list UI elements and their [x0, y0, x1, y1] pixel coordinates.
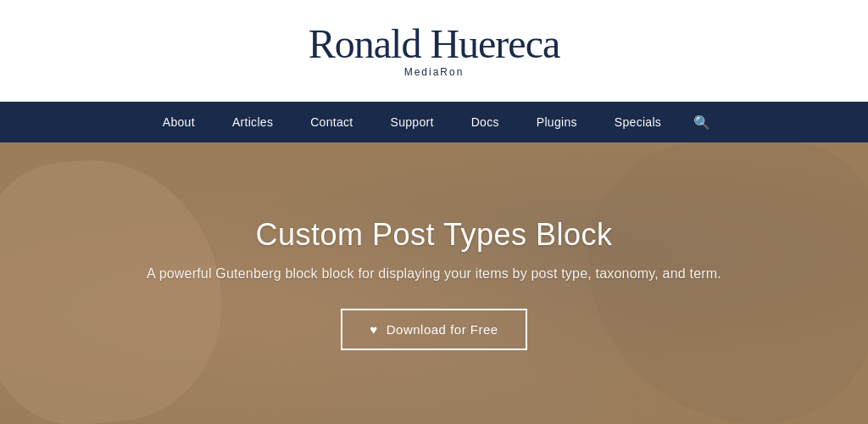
- search-icon[interactable]: 🔍: [683, 109, 721, 137]
- nav-item-docs[interactable]: Docs: [456, 114, 515, 130]
- site-header: Ronald Huereca MediaRon: [0, 0, 868, 102]
- nav-item-contact[interactable]: Contact: [295, 114, 368, 130]
- nav-item-about[interactable]: About: [147, 114, 210, 130]
- hero-title: Custom Post Types Block: [147, 217, 721, 253]
- nav-item-articles[interactable]: Articles: [217, 114, 288, 130]
- nav-item-support[interactable]: Support: [376, 114, 449, 130]
- hero-content: Custom Post Types Block A powerful Guten…: [130, 217, 738, 350]
- heart-icon: ♥: [370, 322, 377, 337]
- main-nav: About Articles Contact Support Docs Plug…: [0, 102, 868, 142]
- nav-item-plugins[interactable]: Plugins: [521, 114, 593, 130]
- hero-subtitle: A powerful Gutenberg block block for dis…: [147, 266, 721, 282]
- hero-section: Custom Post Types Block A powerful Guten…: [0, 142, 868, 424]
- download-button-label: Download for Free: [387, 322, 498, 337]
- search-nav-item[interactable]: 🔍: [683, 114, 721, 131]
- nav-item-specials[interactable]: Specials: [599, 114, 676, 130]
- download-button[interactable]: ♥ Download for Free: [341, 309, 526, 350]
- logo-subtitle: MediaRon: [404, 66, 465, 78]
- logo[interactable]: Ronald Huereca MediaRon: [309, 24, 560, 78]
- logo-text: Ronald Huereca: [309, 24, 560, 64]
- nav-list: About Articles Contact Support Docs Plug…: [147, 114, 721, 131]
